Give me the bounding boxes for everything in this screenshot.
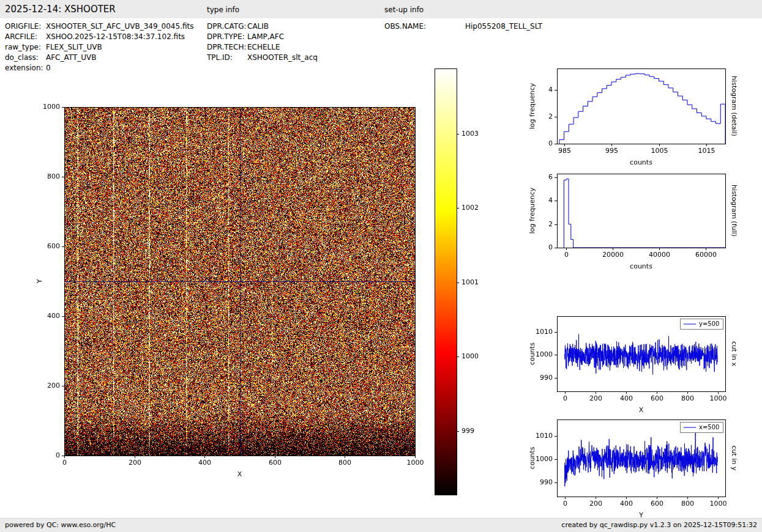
footer-powered-by: powered by QC: www.eso.org/HC [5,521,116,529]
cut-in-x-canvas [520,309,747,425]
cut-in-y-canvas [520,412,747,521]
qc-report-page: 2025-12-14: XSHOOTER type info set-up in… [0,0,762,532]
footer-bar: powered by QC: www.eso.org/HC created by… [0,518,762,532]
page-title: 2025-12-14: XSHOOTER [5,4,116,15]
histogram-full-canvas [520,166,747,283]
setup-info-heading: set-up info [384,6,424,14]
header-bar: 2025-12-14: XSHOOTER type info set-up in… [0,0,762,18]
histogram-detail-canvas [520,61,747,177]
detector-image-canvas [0,18,520,501]
footer-created-by: created by qc_rawdisp.py v1.2.3 on 2025-… [561,521,757,529]
type-info-heading: type info [207,6,239,14]
